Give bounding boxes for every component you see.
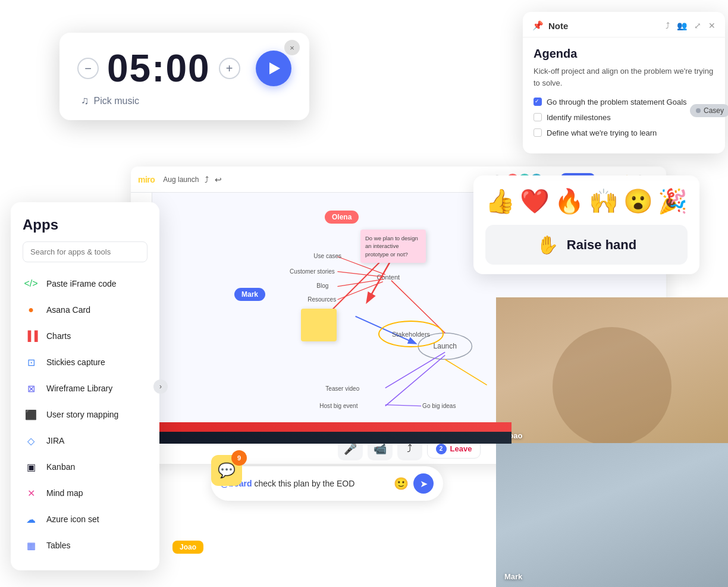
mark-video bbox=[496, 443, 728, 587]
emoji-picker-btn[interactable]: 🙂 bbox=[394, 476, 409, 491]
progress-red-bar bbox=[131, 422, 512, 432]
apps-panel: Apps </> Paste iFrame code ● Asana Card … bbox=[11, 202, 159, 570]
app-item-kanban[interactable]: ▣ Kanban bbox=[23, 454, 148, 480]
emoji-wow[interactable]: 😮 bbox=[623, 187, 653, 215]
app-item-stickies[interactable]: ⊡ Stickies capture bbox=[23, 349, 148, 375]
app-label-userstory: User story mapping bbox=[46, 410, 118, 419]
music-icon: ♫ bbox=[81, 95, 89, 107]
mindmap-icon: ✕ bbox=[23, 485, 39, 501]
video-panel-mark: Mark bbox=[496, 443, 728, 587]
timer-widget: × − 05:00 + ♫ Pick music bbox=[59, 33, 309, 120]
app-label-jira: JIRA bbox=[46, 436, 64, 445]
timer-play-btn[interactable] bbox=[256, 51, 291, 86]
timer-music-label: Pick music bbox=[94, 96, 139, 106]
leave-label: Leave bbox=[450, 444, 472, 453]
joao-video bbox=[496, 297, 728, 446]
miro-project[interactable]: Aug launch bbox=[163, 175, 199, 184]
note-description: Kick-off project and align on the proble… bbox=[534, 65, 714, 89]
miro-logo: miro bbox=[138, 175, 155, 184]
checklist-item-1[interactable]: Go through the problem statement Goals bbox=[534, 97, 714, 108]
app-label-charts: Charts bbox=[46, 331, 71, 341]
checklist-item-2[interactable]: Identify milestones bbox=[534, 112, 714, 123]
emoji-hands[interactable]: 🙌 bbox=[589, 187, 619, 215]
svg-line-14 bbox=[445, 359, 487, 385]
timer-close-btn[interactable]: × bbox=[284, 40, 300, 55]
checkbox-1[interactable] bbox=[534, 98, 542, 106]
app-label-stickies: Stickies capture bbox=[46, 357, 105, 367]
svg-text:Host big event: Host big event bbox=[319, 403, 357, 409]
app-label-kanban: Kanban bbox=[46, 462, 75, 472]
svg-text:Customer stories: Customer stories bbox=[290, 268, 335, 275]
app-label-asana: Asana Card bbox=[46, 305, 90, 315]
note-title: Agenda bbox=[534, 47, 714, 61]
note-checklist: Go through the problem statement Goals I… bbox=[534, 97, 714, 139]
checklist-text-1: Go through the problem statement Goals bbox=[547, 97, 687, 108]
app-item-tables[interactable]: ▦ Tables bbox=[23, 532, 148, 558]
svg-text:Launch: Launch bbox=[434, 342, 457, 350]
share-icon[interactable]: ⤴ bbox=[666, 21, 670, 30]
video-panel-joao: Joao bbox=[496, 297, 728, 446]
note-header-label: Note bbox=[548, 21, 568, 31]
reaction-panel: 👍 ❤️ 🔥 🙌 😮 🎉 ✋ Raise hand bbox=[473, 175, 699, 274]
timer-minus-btn[interactable]: − bbox=[77, 58, 99, 79]
stickies-icon: ⊡ bbox=[23, 354, 39, 371]
apps-search-input[interactable] bbox=[23, 241, 148, 262]
timer-plus-btn[interactable]: + bbox=[219, 58, 240, 79]
checklist-text-2: Identify milestones bbox=[547, 112, 611, 123]
mark-video-label: Mark bbox=[504, 572, 522, 581]
wireframe-icon: ⊠ bbox=[23, 380, 39, 397]
progress-dark-bar bbox=[131, 432, 512, 444]
app-label-wireframe: Wireframe Library bbox=[46, 384, 112, 393]
app-item-mindmap[interactable]: ✕ Mind map bbox=[23, 480, 148, 506]
stakeholders-ellipse: Stakeholders bbox=[378, 321, 444, 347]
notification-count: 9 bbox=[231, 450, 247, 466]
raise-hand-button[interactable]: ✋ Raise hand bbox=[485, 225, 688, 265]
upload-icon[interactable]: ⤴ bbox=[205, 175, 209, 184]
chat-message[interactable]: @board check this plan by the EOD bbox=[221, 479, 388, 488]
checkbox-3[interactable] bbox=[534, 128, 542, 137]
send-btn[interactable]: ➤ bbox=[413, 473, 434, 494]
collab-icon[interactable]: 👥 bbox=[677, 21, 687, 30]
raise-hand-label: Raise hand bbox=[567, 237, 636, 253]
app-label-tables: Tables bbox=[46, 541, 70, 550]
undo-icon[interactable]: ↩ bbox=[215, 175, 222, 184]
kanban-icon: ▣ bbox=[23, 459, 39, 475]
timer-display: 05:00 bbox=[107, 49, 211, 87]
app-item-charts[interactable]: ▐▐ Charts bbox=[23, 323, 148, 349]
emoji-heart[interactable]: ❤️ bbox=[520, 187, 550, 215]
iframe-icon: </> bbox=[23, 275, 39, 292]
emoji-party[interactable]: 🎉 bbox=[658, 187, 688, 215]
svg-text:Go big ideas: Go big ideas bbox=[422, 403, 456, 409]
asana-icon: ● bbox=[23, 302, 39, 318]
checkbox-2[interactable] bbox=[534, 113, 542, 121]
note-body: Agenda Kick-off project and align on the… bbox=[523, 37, 725, 153]
svg-line-17 bbox=[385, 355, 445, 406]
svg-line-15 bbox=[385, 352, 445, 388]
olena-badge: Olena bbox=[325, 211, 359, 224]
note-widget: 📌 Note ⤴ 👥 ⤢ ✕ Agenda Kick-off project a… bbox=[523, 12, 725, 153]
emoji-thumbsup[interactable]: 👍 bbox=[485, 187, 515, 215]
svg-text:Resources: Resources bbox=[307, 296, 336, 303]
note-header: 📌 Note ⤴ 👥 ⤢ ✕ bbox=[523, 12, 725, 37]
svg-text:Use cases: Use cases bbox=[313, 253, 341, 259]
app-item-userstory[interactable]: ⬛ User story mapping bbox=[23, 401, 148, 428]
app-item-azure[interactable]: ☁ Azure icon set bbox=[23, 506, 148, 532]
app-item-wireframe[interactable]: ⊠ Wireframe Library bbox=[23, 375, 148, 401]
app-item-iframe[interactable]: </> Paste iFrame code bbox=[23, 271, 148, 297]
user-badge: Casey bbox=[690, 104, 728, 117]
chat-icons: 🙂 ➤ bbox=[394, 473, 434, 494]
emoji-fire[interactable]: 🔥 bbox=[554, 187, 584, 215]
checklist-item-3[interactable]: Define what we're trying to learn bbox=[534, 128, 714, 139]
expand-icon[interactable]: ⤢ bbox=[694, 21, 701, 30]
sticky-yellow bbox=[301, 309, 337, 341]
app-item-jira[interactable]: ◇ JIRA bbox=[23, 428, 148, 454]
participant-count: 2 bbox=[436, 444, 447, 454]
chat-body: check this plan by the EOD bbox=[254, 479, 354, 488]
close-icon[interactable]: ✕ bbox=[708, 21, 716, 30]
chat-notification[interactable]: 💬 9 bbox=[211, 455, 242, 486]
panel-collapse-btn[interactable]: › bbox=[153, 379, 168, 394]
app-label-iframe: Paste iFrame code bbox=[46, 279, 117, 288]
app-item-asana[interactable]: ● Asana Card bbox=[23, 297, 148, 323]
hand-icon: ✋ bbox=[536, 234, 558, 255]
charts-icon: ▐▐ bbox=[23, 328, 39, 344]
